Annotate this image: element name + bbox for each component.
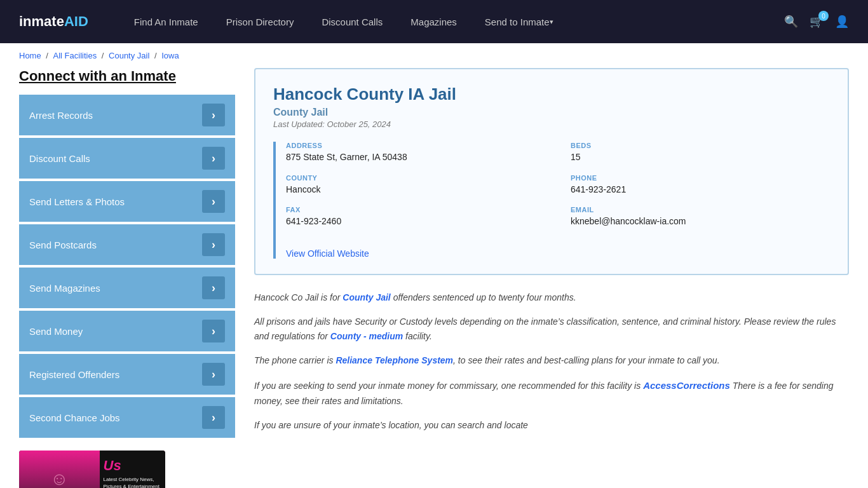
facility-type: County Jail xyxy=(273,107,830,118)
desc-para4: If you are seeking to send your inmate m… xyxy=(254,377,849,409)
user-icon[interactable]: 👤 xyxy=(835,15,849,29)
facility-card: Hancock County IA Jail County Jail Last … xyxy=(254,68,849,275)
breadcrumb-all-facilities[interactable]: All Facilities xyxy=(53,51,97,60)
header-icons: 🔍 🛒 0 👤 xyxy=(784,15,849,29)
access-corrections-link[interactable]: AccessCorrections xyxy=(643,380,730,391)
county-jail-link[interactable]: County Jail xyxy=(342,292,390,302)
address-label: ADDRESS xyxy=(286,142,545,149)
sidebar-item-send-letters[interactable]: Send Letters & Photos › xyxy=(19,181,235,222)
advertisement[interactable]: ☺ Us Latest Celebrity News, Pictures & E… xyxy=(19,451,165,488)
breadcrumb-home[interactable]: Home xyxy=(19,51,41,60)
desc-para2: All prisons and jails have Security or C… xyxy=(254,315,849,345)
facility-info-grid: ADDRESS 875 State St, Garner, IA 50438 B… xyxy=(273,142,830,259)
arrow-icon: › xyxy=(202,104,225,126)
arrow-icon: › xyxy=(202,147,225,170)
facility-name: Hancock County IA Jail xyxy=(273,85,830,104)
main-nav: Find An Inmate Prison Directory Discount… xyxy=(120,0,765,43)
sidebar-item-second-chance-jobs[interactable]: Second Chance Jobs › xyxy=(19,397,235,438)
site-logo[interactable]: inmateAID xyxy=(19,13,88,30)
arrow-icon: › xyxy=(202,276,225,299)
county-field: COUNTY Hancock xyxy=(286,174,545,196)
sidebar-item-send-money[interactable]: Send Money › xyxy=(19,311,235,351)
arrow-icon: › xyxy=(202,320,225,342)
nav-send-to-inmate[interactable]: Send to Inmate xyxy=(471,0,567,43)
beds-label: BEDS xyxy=(571,142,830,149)
cart-badge: 0 xyxy=(818,11,829,21)
arrow-icon: › xyxy=(202,363,225,386)
ad-image: ☺ xyxy=(19,451,100,488)
facility-description: Hancock Co Jail is for County Jail offen… xyxy=(254,290,849,433)
address-field: ADDRESS 875 State St, Garner, IA 50438 xyxy=(286,142,545,164)
beds-field: BEDS 15 xyxy=(571,142,830,164)
county-label: COUNTY xyxy=(286,174,545,182)
email-field: EMAIL kknebel@hancocklaw-ia.com xyxy=(571,206,830,228)
fax-label: FAX xyxy=(286,206,545,214)
facility-last-updated: Last Updated: October 25, 2024 xyxy=(273,119,830,129)
sidebar-item-send-postcards[interactable]: Send Postcards › xyxy=(19,224,235,265)
search-icon[interactable]: 🔍 xyxy=(784,15,798,29)
nav-discount-calls[interactable]: Discount Calls xyxy=(308,0,397,43)
county-value: Hancock xyxy=(286,184,545,196)
desc-para1: Hancock Co Jail is for County Jail offen… xyxy=(254,290,849,306)
main-layout: Connect with an Inmate Arrest Records › … xyxy=(0,68,868,488)
breadcrumb-iowa[interactable]: Iowa xyxy=(161,51,179,60)
reliance-link[interactable]: Reliance Telephone System xyxy=(336,355,453,365)
sidebar-item-discount-calls[interactable]: Discount Calls › xyxy=(19,138,235,179)
beds-value: 15 xyxy=(571,151,830,164)
nav-prison-directory[interactable]: Prison Directory xyxy=(212,0,308,43)
sidebar-menu: Arrest Records › Discount Calls › Send L… xyxy=(19,95,235,438)
phone-label: PHONE xyxy=(571,174,830,182)
desc-para3: The phone carrier is Reliance Telephone … xyxy=(254,353,849,369)
nav-magazines[interactable]: Magazines xyxy=(397,0,471,43)
ad-logo: Us xyxy=(104,458,162,474)
cart-icon[interactable]: 🛒 0 xyxy=(810,15,824,29)
sidebar: Connect with an Inmate Arrest Records › … xyxy=(19,68,235,488)
address-value: 875 State St, Garner, IA 50438 xyxy=(286,151,545,164)
arrow-icon: › xyxy=(202,190,225,213)
sidebar-item-send-magazines[interactable]: Send Magazines › xyxy=(19,268,235,308)
nav-find-inmate[interactable]: Find An Inmate xyxy=(120,0,212,43)
arrow-icon: › xyxy=(202,233,225,256)
official-website-link[interactable]: View Official Website xyxy=(286,248,369,259)
ad-tagline: Latest Celebrity News, Pictures & Entert… xyxy=(104,477,162,488)
sidebar-item-registered-offenders[interactable]: Registered Offenders › xyxy=(19,354,235,395)
sidebar-item-arrest-records[interactable]: Arrest Records › xyxy=(19,95,235,135)
desc-para5: If you are unsure of your inmate’s locat… xyxy=(254,418,849,433)
breadcrumb-county-jail[interactable]: County Jail xyxy=(109,51,149,60)
phone-field: PHONE 641-923-2621 xyxy=(571,174,830,196)
site-header: inmateAID Find An Inmate Prison Director… xyxy=(0,0,868,43)
arrow-icon: › xyxy=(202,406,225,429)
fax-value: 641-923-2460 xyxy=(286,215,545,228)
email-label: EMAIL xyxy=(571,206,830,214)
email-value: kknebel@hancocklaw-ia.com xyxy=(571,215,830,228)
main-content: Hancock County IA Jail County Jail Last … xyxy=(254,68,849,488)
county-medium-link[interactable]: County - medium xyxy=(330,331,403,341)
fax-field: FAX 641-923-2460 xyxy=(286,206,545,228)
breadcrumb: Home / All Facilities / County Jail / Io… xyxy=(0,43,868,68)
phone-value: 641-923-2621 xyxy=(571,184,830,196)
sidebar-title: Connect with an Inmate xyxy=(19,68,235,85)
